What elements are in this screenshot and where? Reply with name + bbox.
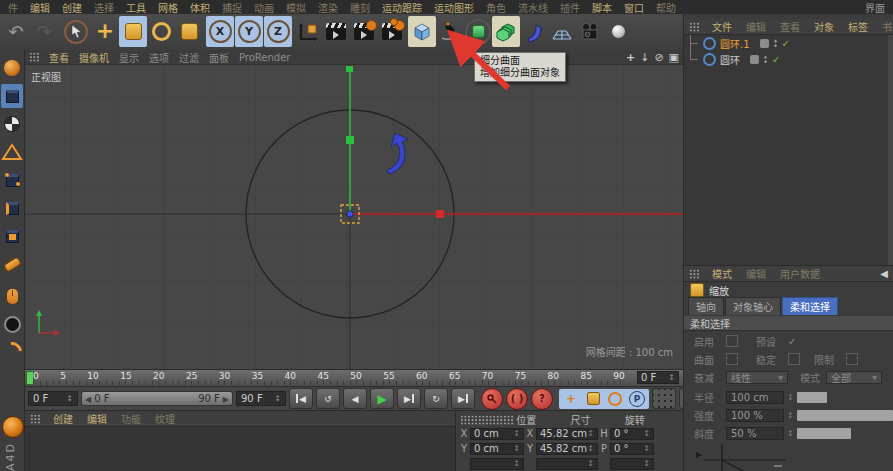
lock-z-button[interactable]: Z <box>264 16 292 47</box>
menu-select[interactable]: 选择 <box>88 0 120 15</box>
vp-menu-filter[interactable]: 过滤 <box>174 50 204 65</box>
radius-field[interactable]: 100 cm <box>726 391 784 404</box>
record-scale-toggle[interactable] <box>583 390 603 408</box>
om-menu-tags[interactable]: 标签 <box>842 19 874 34</box>
menu-character[interactable]: 角色 <box>480 0 512 15</box>
menu-mograph[interactable]: 运动图形 <box>428 0 480 15</box>
menu-simulate[interactable]: 模拟 <box>280 0 312 15</box>
last-tool-button[interactable] <box>175 16 203 47</box>
om-menu-bookmarks[interactable]: 书签 <box>876 19 893 34</box>
range-left-arrow-icon[interactable] <box>85 393 94 404</box>
stable-checkbox[interactable] <box>788 353 800 365</box>
menu-create[interactable]: 创建 <box>56 0 88 15</box>
menu-snap[interactable]: 捕捉 <box>216 0 248 15</box>
vp-zoom-icon[interactable]: ↓ <box>640 51 649 64</box>
spinner-icon[interactable]: ↕ <box>787 411 794 420</box>
play-backwards-button[interactable]: ↺ <box>316 388 340 409</box>
move-tool-button[interactable]: + <box>91 16 119 47</box>
mat-menu-create[interactable]: 创建 <box>47 411 79 426</box>
add-cube-button[interactable] <box>408 16 436 47</box>
deformer-button[interactable] <box>520 16 548 47</box>
layer-tag-icon[interactable] <box>750 55 759 64</box>
panel-grip-icon[interactable] <box>30 414 41 424</box>
falloff-dropdown[interactable]: 线性 <box>726 371 788 384</box>
range-right-arrow-icon[interactable] <box>220 393 229 404</box>
frame-range-slider[interactable]: 0 F 90 F <box>81 391 233 406</box>
vp-menu-view[interactable]: 查看 <box>44 50 74 65</box>
record-rotation-toggle[interactable] <box>605 390 625 408</box>
panel-grip-icon[interactable] <box>29 52 40 62</box>
tab-object-axis[interactable]: 对象轴心 <box>725 297 781 316</box>
visibility-dots-icon[interactable] <box>774 39 777 48</box>
points-mode-button[interactable] <box>1 168 23 192</box>
camera-button[interactable] <box>576 16 604 47</box>
am-menu-mode[interactable]: 模式 <box>706 266 738 281</box>
visibility-dots-icon[interactable] <box>764 55 767 64</box>
panel-grip-icon[interactable] <box>689 269 700 279</box>
om-menu-objects[interactable]: 对象 <box>808 19 840 34</box>
object-name[interactable]: 圆环.1 <box>720 36 750 51</box>
radius-slider[interactable] <box>797 392 827 403</box>
menu-help[interactable]: 帮助 <box>650 0 682 15</box>
rotation-band-handle[interactable] <box>387 133 408 174</box>
current-frame-field[interactable]: 0 F <box>28 391 78 406</box>
redo-button[interactable]: ↷ <box>30 16 58 47</box>
undo-button[interactable]: ↶ <box>2 16 30 47</box>
scale-tool-button[interactable] <box>119 16 147 47</box>
limit-checkbox[interactable] <box>846 353 858 365</box>
mode-dropdown[interactable]: 全部 <box>826 371 882 384</box>
render-settings-button[interactable] <box>378 16 406 47</box>
om-menu-file[interactable]: 文件 <box>706 19 738 34</box>
menu-window[interactable]: 窗口 <box>618 0 650 15</box>
menu-edit[interactable]: 编辑 <box>24 0 56 15</box>
vp-menu-options[interactable]: 选项 <box>144 50 174 65</box>
strength-slider[interactable] <box>797 410 893 421</box>
tab-axis[interactable]: 轴向 <box>688 297 724 316</box>
falloff-curve-widget[interactable]: 0.5 <box>694 442 893 471</box>
polygons-mode-button[interactable] <box>1 224 23 248</box>
viewport-solo-button[interactable] <box>1 284 23 308</box>
interface-selector[interactable]: 界面 <box>865 0 891 15</box>
vp-menu-display[interactable]: 显示 <box>114 50 144 65</box>
spinner-icon[interactable]: ↕ <box>787 429 794 438</box>
am-menu-edit[interactable]: 编辑 <box>740 266 772 281</box>
record-parameter-toggle[interactable]: P <box>627 390 647 408</box>
goto-end-button[interactable]: ▶ <box>451 388 475 409</box>
enabled-check-icon[interactable]: ✓ <box>782 38 790 49</box>
vp-rotate-icon[interactable]: ⊘ <box>654 51 663 64</box>
panel-grip-icon[interactable] <box>689 22 700 32</box>
goto-start-button[interactable]: ◀ <box>289 388 313 409</box>
generators-button[interactable] <box>492 16 520 47</box>
workplane-mode-button[interactable] <box>1 140 23 164</box>
menu-tools[interactable]: 工具 <box>120 0 152 15</box>
autokey-button[interactable]: ( ) <box>506 388 528 410</box>
size-x-field[interactable]: 45.82 cm <box>536 428 598 440</box>
mat-menu-function[interactable]: 功能 <box>115 411 147 426</box>
om-menu-view[interactable]: 查看 <box>774 19 806 34</box>
collapse-arrow-icon[interactable]: ◀ <box>880 268 888 279</box>
end-frame-field[interactable]: 90 F <box>236 391 286 406</box>
menu-mesh[interactable]: 网格 <box>152 0 184 15</box>
om-scrollbar[interactable] <box>888 35 893 265</box>
tweak-mode-button[interactable] <box>1 252 23 276</box>
menu-pipeline[interactable]: 流水线 <box>512 0 554 15</box>
y-axis-tip[interactable] <box>346 66 353 72</box>
slope-slider[interactable] <box>797 428 851 439</box>
spinner-icon[interactable]: ↕ <box>787 393 794 402</box>
next-frame-button[interactable]: ▶ <box>397 388 421 409</box>
am-menu-userdata[interactable]: 用户数据 <box>774 266 826 281</box>
menu-animate[interactable]: 动画 <box>248 0 280 15</box>
rotate-tool-button[interactable] <box>147 16 175 47</box>
timeline-ruler[interactable]: 0 5 10 15 20 25 30 35 40 45 50 55 60 65 … <box>25 370 683 387</box>
surface-checkbox[interactable] <box>726 353 738 365</box>
record-keyframe-button[interactable] <box>481 388 503 410</box>
ruler-frame-field[interactable]: 0 F <box>637 371 679 384</box>
rot-p-field[interactable]: 0 ° <box>610 443 654 455</box>
vp-menu-panel[interactable]: 面板 <box>204 50 234 65</box>
object-origin-point[interactable] <box>347 211 353 217</box>
environment-button[interactable] <box>548 16 576 47</box>
loop-button[interactable]: ↻ <box>424 388 448 409</box>
vp-menu-prorender[interactable]: ProRender <box>234 52 295 63</box>
object-row[interactable]: 圆环.1 ✓ <box>684 35 893 51</box>
layer-tag-icon[interactable] <box>760 39 769 48</box>
